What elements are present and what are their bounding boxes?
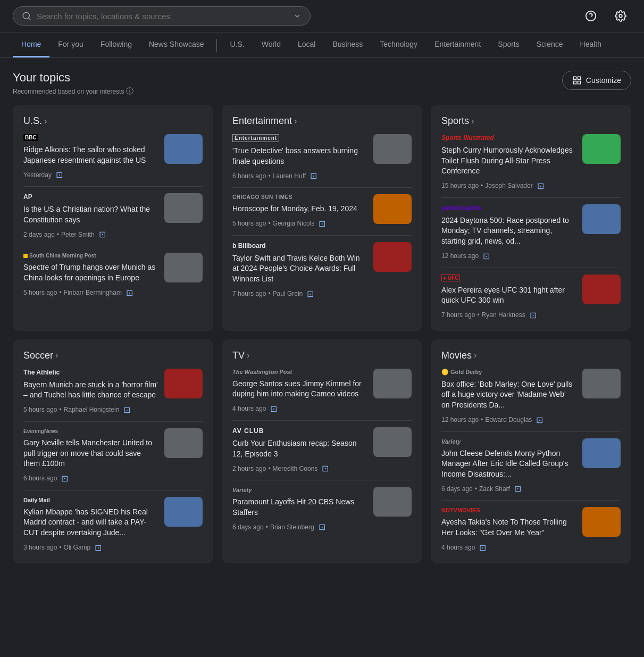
news-item[interactable]: South China Morning Post Spectre of Trum…: [23, 246, 203, 297]
help-button[interactable]: [580, 5, 601, 27]
news-item[interactable]: Daily Mail Kylian Mbappe 'has SIGNED his…: [23, 490, 203, 553]
nav-item-local[interactable]: Local: [289, 32, 324, 57]
source-logo-si: Sports Illustrated: [441, 134, 494, 142]
nav-item-entertainment[interactable]: Entertainment: [426, 32, 489, 57]
chevron-right-icon: ›: [44, 117, 47, 126]
save-icon[interactable]: ⊡: [537, 181, 544, 191]
nav-item-science[interactable]: Science: [528, 32, 572, 57]
meta-separator: •: [481, 182, 483, 189]
topic-card-title[interactable]: TV ›: [232, 350, 412, 361]
news-item[interactable]: NDTVMOVIES Ayesha Takia's Note To Those …: [441, 501, 621, 552]
nav-item-home[interactable]: Home: [13, 32, 49, 57]
nav-item-world[interactable]: World: [253, 32, 289, 57]
nav-item-sports[interactable]: Sports: [489, 32, 528, 57]
topic-card-title[interactable]: U.S. ›: [23, 115, 203, 127]
source-logo-container: AV CLUB: [232, 427, 367, 435]
main-content: Your topics Recommended based on your in…: [0, 58, 644, 576]
topic-card-title[interactable]: Movies ›: [441, 350, 621, 361]
topic-card-title[interactable]: Sports ›: [441, 115, 621, 127]
article-meta: 4 hours ago ⊡: [232, 404, 367, 414]
news-item[interactable]: Entertainment 'True Detective' boss answ…: [232, 134, 412, 188]
source-logo-container: The Athletic: [23, 369, 158, 376]
news-item[interactable]: Sports Illustrated Steph Curry Humorousl…: [441, 134, 621, 198]
save-icon[interactable]: ⊡: [99, 229, 106, 239]
article-author: Peter Smith: [61, 231, 95, 238]
nav-item-health[interactable]: Health: [572, 32, 610, 57]
news-item[interactable]: b Billboard Taylor Swift and Travis Kelc…: [232, 236, 412, 299]
article-headline: Box office: 'Bob Marley: One Love' pulls…: [441, 379, 576, 411]
article-thumbnail: [164, 428, 203, 458]
news-item[interactable]: AV CLUB Curb Your Enthusiasm recap: Seas…: [232, 421, 412, 480]
news-item[interactable]: The Athletic Bayern Munich are stuck in …: [23, 369, 203, 422]
article-author: Ryan Harkness: [482, 311, 525, 319]
source-logo-dailymail: Daily Mail: [23, 497, 50, 503]
article-headline: John Cleese Defends Monty Python Manager…: [441, 448, 576, 480]
topics-subtitle: Recommended based on your interests ⓘ: [13, 87, 133, 96]
news-item-left: Entertainment 'True Detective' boss answ…: [232, 134, 367, 181]
save-icon[interactable]: ⊡: [307, 289, 314, 299]
save-icon[interactable]: ⊡: [310, 171, 317, 181]
chevron-right-icon: ›: [55, 351, 58, 360]
topic-title-text: Movies: [441, 350, 472, 361]
source-logo-ufc: ● UFC: [441, 275, 460, 281]
save-icon[interactable]: ⊡: [126, 288, 133, 298]
article-headline: Gary Neville tells Manchester United to …: [23, 438, 158, 469]
news-item[interactable]: 🟡 Gold Derby Box office: 'Bob Marley: On…: [441, 369, 621, 432]
news-item[interactable]: AP Is the US a Christian nation? What th…: [23, 187, 203, 246]
save-icon[interactable]: ⊡: [123, 405, 130, 415]
news-item[interactable]: EveningNews Gary Neville tells Mancheste…: [23, 422, 203, 490]
search-bar[interactable]: [13, 6, 311, 26]
nav-item-business[interactable]: Business: [324, 32, 371, 57]
save-icon[interactable]: ⊡: [479, 543, 486, 553]
nav-item-for-you[interactable]: For you: [49, 32, 91, 57]
customize-button[interactable]: Customize: [562, 71, 631, 90]
topic-card-title[interactable]: Soccer ›: [23, 350, 203, 361]
save-icon[interactable]: ⊡: [530, 310, 537, 320]
nav-item-following[interactable]: Following: [92, 32, 140, 57]
save-icon[interactable]: ⊡: [319, 522, 325, 532]
article-meta: 7 hours ago •Paul Grein ⊡: [232, 289, 367, 299]
article-time: 6 hours ago: [23, 475, 57, 482]
article-meta: 3 hours ago •Oli Gamp ⊡: [23, 543, 158, 553]
article-time: 5 hours ago: [23, 406, 57, 413]
save-icon[interactable]: ⊡: [514, 484, 521, 494]
news-item[interactable]: The Washington Post George Santos sues J…: [232, 369, 412, 421]
article-thumbnail: [373, 134, 412, 164]
news-item[interactable]: CHICAGO SUN TIMES Horoscope for Monday, …: [232, 188, 412, 236]
svg-point-4: [619, 14, 622, 18]
news-item-left: CHICAGO SUN TIMES Horoscope for Monday, …: [232, 194, 367, 229]
article-thumbnail: [164, 134, 203, 164]
svg-rect-5: [573, 77, 576, 79]
page-title: Your topics: [13, 71, 133, 85]
news-item[interactable]: Variety John Cleese Defends Monty Python…: [441, 432, 621, 501]
article-headline: 2024 Daytona 500: Race postponed to Mond…: [441, 215, 576, 247]
nav-item-technology[interactable]: Technology: [371, 32, 426, 57]
settings-button[interactable]: [610, 5, 631, 27]
topic-card-title[interactable]: Entertainment ›: [232, 115, 412, 127]
search-input[interactable]: [37, 12, 288, 21]
article-time: 6 hours ago: [232, 172, 266, 180]
article-headline: Bayern Munich are stuck in a 'horror fil…: [23, 380, 158, 401]
save-icon[interactable]: ⊡: [322, 463, 329, 473]
save-icon[interactable]: ⊡: [61, 473, 68, 484]
save-icon[interactable]: ⊡: [95, 543, 102, 553]
nav-item-news-showcase[interactable]: News Showcase: [140, 32, 213, 57]
source-logo-goldderby: 🟡 Gold Derby: [441, 369, 482, 376]
news-item[interactable]: Variety Paramount Layoffs Hit 20 CBS New…: [232, 480, 412, 532]
news-item[interactable]: yahoo/sports 2024 Daytona 500: Race post…: [441, 198, 621, 268]
news-item[interactable]: ● UFC Alex Pereira eyes UFC 301 fight af…: [441, 268, 621, 320]
save-icon[interactable]: ⊡: [319, 219, 325, 229]
article-meta: 7 hours ago •Ryan Harkness ⊡: [441, 310, 576, 320]
save-icon[interactable]: ⊡: [56, 170, 63, 180]
nav-item-us[interactable]: U.S.: [221, 32, 253, 57]
save-icon[interactable]: ⊡: [270, 404, 277, 414]
article-headline: Ayesha Takia's Note To Those Trolling He…: [441, 517, 576, 538]
source-logo-wapo: The Washington Post: [232, 369, 292, 375]
source-logo-yahoo: yahoo/sports: [441, 204, 481, 212]
source-logo-container: South China Morning Post: [23, 253, 158, 259]
info-icon[interactable]: ⓘ: [126, 87, 133, 96]
save-icon[interactable]: ⊡: [536, 415, 543, 425]
news-item-left: South China Morning Post Spectre of Trum…: [23, 253, 158, 297]
save-icon[interactable]: ⊡: [483, 251, 490, 261]
news-item[interactable]: BBC Ridge Alkonis: The sailor who stoked…: [23, 134, 203, 187]
